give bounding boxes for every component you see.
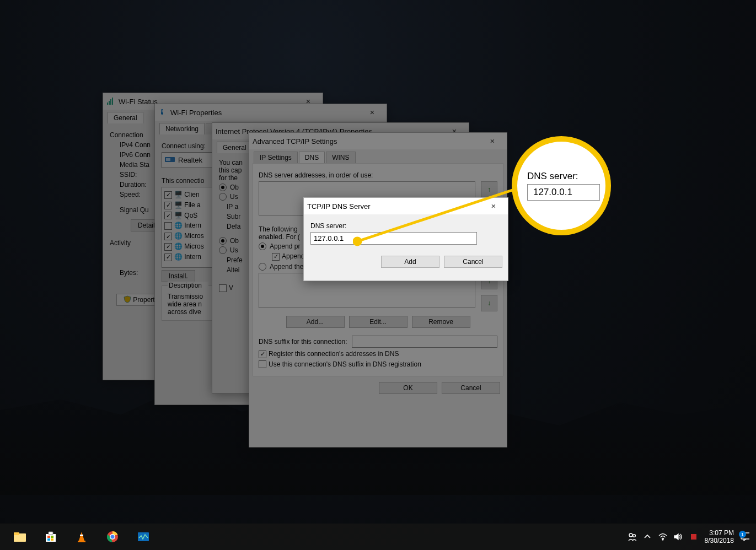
move-up-button[interactable]: ↑ xyxy=(481,181,497,198)
cancel-button[interactable]: Cancel xyxy=(444,256,502,268)
clock-date: 8/30/2018 xyxy=(705,537,734,544)
task-manager-icon[interactable] xyxy=(136,529,151,544)
svg-rect-20 xyxy=(78,541,85,542)
vlc-icon[interactable] xyxy=(74,529,89,544)
move-down-button[interactable]: ↓ xyxy=(481,295,497,311)
ok-button[interactable]: OK xyxy=(379,382,437,394)
volume-icon[interactable] xyxy=(674,532,683,541)
wifi-properties-titlebar[interactable]: Wi-Fi Properties × xyxy=(155,104,387,121)
wifi-status-title: Wi-Fi Status xyxy=(119,98,158,106)
install-button[interactable]: Install. xyxy=(162,270,195,282)
tab-general[interactable]: General xyxy=(217,142,253,153)
suffix-label: DNS suffix for this connection: xyxy=(259,338,347,346)
dns-server-dialog: TCP/IP DNS Server × DNS server: 127.0.0.… xyxy=(303,197,508,281)
tab-general[interactable]: General xyxy=(108,112,143,123)
tab-wins[interactable]: WINS xyxy=(326,152,355,163)
taskbar-clock[interactable]: 3:07 PM 8/30/2018 xyxy=(705,529,734,544)
advanced-tcpip-window: Advanced TCP/IP Settings × IP Settings D… xyxy=(249,132,507,447)
clock-time: 3:07 PM xyxy=(705,529,734,537)
network-item-icon: 🌐 xyxy=(174,232,183,240)
add-button[interactable]: Add xyxy=(381,256,439,268)
svg-point-26 xyxy=(632,535,635,537)
svg-rect-7 xyxy=(166,158,170,161)
desktop: Wi-Fi Status × General Connection IPv4 C… xyxy=(0,0,756,550)
tab-dns[interactable]: DNS xyxy=(299,152,325,163)
svg-rect-29 xyxy=(691,534,696,540)
svg-rect-15 xyxy=(51,536,53,538)
network-item-icon: 🌐 xyxy=(174,242,183,250)
close-icon[interactable]: × xyxy=(482,198,505,214)
svg-rect-13 xyxy=(49,532,53,535)
zoom-label: DNS server: xyxy=(527,171,596,182)
close-icon[interactable]: × xyxy=(361,104,383,121)
svg-point-27 xyxy=(662,539,663,540)
edit-button[interactable]: Edit... xyxy=(349,316,408,328)
remove-button[interactable]: Remove xyxy=(412,316,470,328)
network-item-icon: 🖥️ xyxy=(174,212,183,219)
svg-rect-5 xyxy=(162,110,163,112)
wifi-icon[interactable] xyxy=(658,532,667,541)
chrome-icon[interactable] xyxy=(105,529,120,544)
dns-server-label: DNS server: xyxy=(310,222,501,230)
security-tray-icon[interactable] xyxy=(689,532,698,541)
network-card-icon xyxy=(165,155,175,165)
svg-point-23 xyxy=(111,535,115,539)
suffix-input[interactable] xyxy=(352,336,497,348)
svg-rect-0 xyxy=(107,103,108,105)
action-center-icon[interactable]: 1 xyxy=(741,532,749,541)
chk-register-dns[interactable]: ✓ xyxy=(259,351,266,358)
taskbar[interactable]: 3:07 PM 8/30/2018 1 xyxy=(0,524,756,550)
dns-addresses-label: DNS server addresses, in order of use: xyxy=(259,171,497,179)
network-item-icon: 🖥️ xyxy=(174,191,183,198)
advanced-titlebar[interactable]: Advanced TCP/IP Settings × xyxy=(249,133,507,149)
tab-networking[interactable]: Networking xyxy=(159,123,205,134)
microsoft-store-icon[interactable] xyxy=(43,529,58,544)
chk-append-parent[interactable]: ✓ xyxy=(272,253,280,261)
chk-use-suffix[interactable] xyxy=(259,360,266,368)
adapter-icon xyxy=(158,108,167,117)
file-explorer-icon[interactable] xyxy=(12,529,28,544)
close-icon[interactable]: × xyxy=(481,133,503,149)
cancel-button[interactable]: Cancel xyxy=(442,382,500,394)
svg-rect-19 xyxy=(80,535,83,536)
svg-rect-2 xyxy=(110,99,111,105)
zoom-value: 127.0.0.1 xyxy=(527,184,600,201)
svg-rect-1 xyxy=(109,101,110,105)
dns-server-input[interactable]: 127.0.0.1 xyxy=(310,232,477,245)
svg-point-25 xyxy=(629,533,632,537)
wifi-signal-icon xyxy=(106,97,115,106)
network-item-icon: 🌐 xyxy=(174,253,183,261)
dns-dialog-title: TCP/IP DNS Server xyxy=(307,202,371,211)
svg-rect-3 xyxy=(112,98,113,105)
people-icon[interactable] xyxy=(628,532,636,541)
wifi-properties-title: Wi-Fi Properties xyxy=(170,109,222,117)
dns-dialog-titlebar[interactable]: TCP/IP DNS Server × xyxy=(304,198,508,214)
add-button[interactable]: Add... xyxy=(286,316,345,328)
chevron-up-icon[interactable] xyxy=(643,532,652,541)
network-item-icon: 🖥️ xyxy=(174,201,183,209)
shield-icon xyxy=(124,295,131,305)
svg-rect-17 xyxy=(51,538,53,541)
tab-ip-settings[interactable]: IP Settings xyxy=(254,152,298,163)
svg-rect-14 xyxy=(47,536,50,538)
svg-rect-11 xyxy=(14,532,19,535)
notification-badge: 1 xyxy=(739,531,746,538)
zoom-callout: DNS server: 127.0.0.1 xyxy=(512,136,611,235)
svg-marker-28 xyxy=(674,534,678,540)
advanced-title: Advanced TCP/IP Settings xyxy=(253,137,337,145)
network-item-icon: 🌐 xyxy=(174,222,183,229)
svg-rect-16 xyxy=(47,538,50,541)
